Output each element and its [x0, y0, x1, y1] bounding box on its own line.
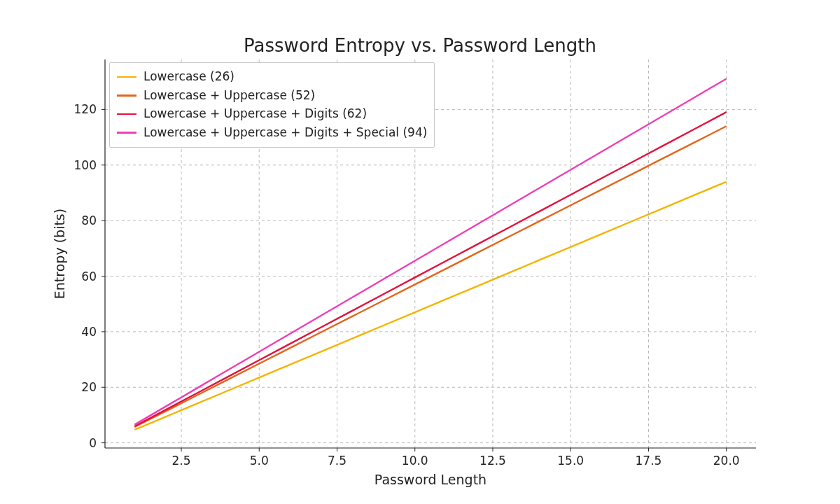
- legend-swatch: [117, 76, 136, 78]
- legend: Lowercase (26)Lowercase + Uppercase (52)…: [109, 62, 435, 148]
- x-ticks: 2.55.07.510.012.515.017.520.0: [172, 448, 739, 468]
- x-tick-label: 20.0: [713, 454, 740, 468]
- y-tick-label: 0: [89, 436, 97, 450]
- legend-label: Lowercase + Uppercase + Digits (62): [144, 105, 367, 123]
- x-tick-label: 12.5: [479, 454, 506, 468]
- figure: Password Entropy vs. Password Length 2.5…: [0, 0, 840, 504]
- x-tick-label: 17.5: [636, 454, 662, 468]
- y-tick-label: 120: [74, 102, 97, 116]
- x-axis-label: Password Length: [374, 472, 486, 487]
- x-tick-label: 10.0: [402, 454, 428, 468]
- legend-item: Lowercase + Uppercase (52): [117, 87, 427, 105]
- y-tick-label: 40: [81, 325, 97, 339]
- x-tick-label: 7.5: [328, 454, 346, 468]
- series-line: [134, 112, 726, 426]
- chart-title: Password Entropy vs. Password Length: [0, 35, 840, 56]
- legend-swatch: [117, 113, 136, 115]
- legend-label: Lowercase + Uppercase + Digits + Special…: [144, 124, 427, 142]
- y-tick-label: 60: [81, 270, 97, 284]
- legend-label: Lowercase + Uppercase (52): [144, 87, 315, 105]
- legend-item: Lowercase (26): [117, 68, 427, 86]
- legend-swatch: [117, 132, 136, 134]
- legend-label: Lowercase (26): [144, 68, 234, 86]
- legend-swatch: [117, 94, 136, 97]
- x-tick-label: 15.0: [557, 454, 584, 468]
- legend-item: Lowercase + Uppercase + Digits (62): [117, 105, 427, 123]
- y-axis-label: Entropy (bits): [52, 209, 67, 299]
- y-tick-label: 80: [81, 214, 97, 227]
- x-tick-label: 5.0: [250, 454, 269, 468]
- y-tick-label: 20: [81, 380, 97, 394]
- series-line: [134, 182, 726, 430]
- y-ticks: 020406080100120: [74, 102, 105, 449]
- x-tick-label: 2.5: [172, 454, 190, 468]
- series-line: [134, 126, 726, 427]
- y-tick-label: 100: [74, 158, 97, 172]
- plot-area: 2.55.07.510.012.515.017.520.0 0204060801…: [105, 59, 756, 448]
- legend-item: Lowercase + Uppercase + Digits + Special…: [117, 124, 427, 142]
